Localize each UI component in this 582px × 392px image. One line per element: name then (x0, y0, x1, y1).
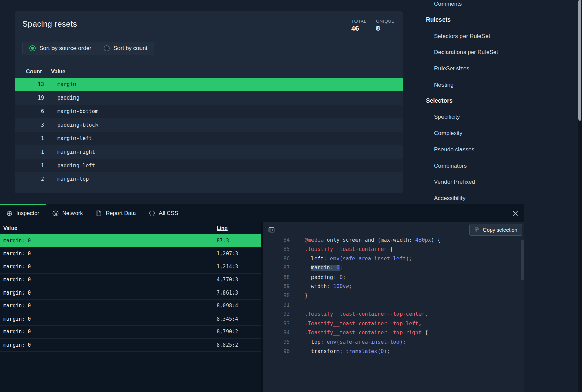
sidebar-entry[interactable]: Complexity (426, 125, 577, 141)
sidebar-entry-label: Comments (434, 1, 462, 7)
sidebar-entry[interactable]: Rulesets (426, 12, 577, 28)
panel-tab[interactable]: Report Data (89, 204, 143, 222)
sidebar-entry[interactable]: Combinators (426, 158, 577, 174)
line-cell: 8,825:2 (217, 342, 261, 348)
line-link[interactable]: 8,790:2 (217, 329, 238, 335)
page-scrollbar[interactable] (578, 0, 582, 392)
table-row[interactable]: 1 margin-right (15, 145, 403, 159)
table-body: 13 margin 19 padding 6 margin-bottom (15, 78, 403, 186)
line-link[interactable]: 1,214:3 (217, 264, 238, 270)
sidebar-entry[interactable]: Nesting (426, 77, 577, 93)
value-row[interactable]: margin: 0 8,825:2 (0, 339, 261, 352)
card-title: Spacing resets (22, 19, 77, 29)
sidebar-entry-label: Selectors per RuleSet (434, 33, 490, 39)
sidebar-entry[interactable]: Vendor Prefixed (426, 174, 577, 190)
code-toolbar: Copy selection (263, 222, 524, 238)
line-number: 92 (263, 310, 290, 319)
line-link[interactable]: 7,861:3 (217, 290, 238, 296)
stat-value: 8 (376, 25, 395, 32)
sort-radio-option[interactable]: Sort by count (104, 45, 147, 52)
value-row[interactable]: margin: 0 4,770:3 (0, 274, 261, 287)
code-text: transform: translatex(0); (305, 347, 390, 356)
code-line: 90} (263, 291, 520, 300)
line-number: 90 (263, 291, 290, 300)
values-body: margin: 0 87:3 margin: 0 1,207:3 margin:… (0, 234, 261, 352)
value-row[interactable]: margin: 0 8,790:2 (0, 326, 261, 339)
count-cell: 1 (26, 149, 44, 155)
count-cell: 2 (26, 176, 44, 182)
code-line: 85.Toastify__toast-container { (263, 245, 520, 254)
table-row[interactable]: 13 margin (15, 78, 403, 91)
line-link[interactable]: 8,345:4 (217, 316, 238, 322)
table-row[interactable]: 6 margin-bottom (15, 105, 403, 118)
value-cell: padding-block (50, 118, 403, 132)
code-text: top: env(safe-area-inset-top); (305, 337, 406, 347)
copy-selection-label: Copy selection (483, 227, 517, 233)
sidebar-entry[interactable]: Pseudo classes (426, 141, 577, 158)
line-link[interactable]: 87:3 (217, 238, 229, 244)
value-row[interactable]: margin: 0 1,207:3 (0, 247, 261, 261)
panel-tab[interactable]: Inspector (0, 204, 46, 222)
sort-radio-option[interactable]: Sort by source order (29, 45, 91, 52)
line-cell: 8,790:2 (217, 329, 261, 335)
code-editor[interactable]: 84@media only screen and (max-width: 480… (263, 238, 520, 392)
table-row[interactable]: 1 margin-left (15, 132, 403, 145)
sidebar-entry-label: Accessibility (434, 195, 466, 201)
table-row[interactable]: 2 margin-top (15, 172, 403, 186)
line-link[interactable]: 4,770:3 (217, 277, 238, 283)
sidebar-entry[interactable]: Specificity (426, 109, 577, 125)
page-scrollbar-thumb[interactable] (578, 0, 581, 121)
code-scrollbar[interactable] (520, 238, 524, 392)
value-row[interactable]: margin: 0 87:3 (0, 234, 261, 247)
value-row[interactable]: margin: 0 8,345:4 (0, 312, 261, 326)
stat: UNIQUE 8 (376, 19, 395, 32)
table-row[interactable]: 19 padding (15, 91, 403, 105)
line-number: 85 (263, 245, 290, 254)
value-row[interactable]: margin: 0 8,098:4 (0, 300, 261, 313)
value-cell: margin (50, 78, 403, 91)
sidebar-entry[interactable]: Accessibility (426, 190, 577, 206)
sidebar-entry[interactable]: Declarations per RuleSet (426, 44, 577, 61)
value-row[interactable]: margin: 0 7,861:3 (0, 286, 261, 300)
panel-tab[interactable]: All CSS (143, 204, 185, 222)
line-link[interactable]: 1,207:3 (217, 251, 238, 257)
panel-body: Value Line margin: 0 87:3 margin: 0 1,20… (0, 222, 524, 392)
sidebar-entry-label: Declarations per RuleSet (434, 49, 498, 56)
code-line: 92.Toastify__toast-container--top-center… (263, 310, 520, 319)
sidebar-entry[interactable]: Selectors per RuleSet (426, 28, 577, 44)
code-lines: 84@media only screen and (max-width: 480… (263, 238, 520, 356)
sidebar-entry-label: Vendor Prefixed (434, 179, 475, 185)
braces-icon (149, 210, 155, 217)
value-cell: margin-bottom (50, 105, 403, 118)
sidebar-entry-label: Combinators (434, 162, 467, 169)
line-number: 93 (263, 319, 290, 328)
code-text: @media only screen and (max-width: 480px… (305, 238, 440, 245)
declaration-text: margin: 0 (0, 277, 31, 283)
line-link[interactable]: 8,825:2 (217, 342, 238, 348)
pane-resize-handle[interactable] (261, 222, 263, 392)
line-number: 84 (263, 238, 290, 245)
sidebar-entry[interactable]: Selectors (426, 93, 577, 109)
code-text: .Toastify__toast-container { (305, 245, 393, 254)
panel-tab[interactable]: Network (46, 204, 90, 222)
code-text: } (305, 291, 308, 300)
copy-selection-button[interactable]: Copy selection (469, 224, 522, 236)
radio-icon (29, 45, 36, 51)
code-line: 94.Toastify__toast-container--top-right … (263, 328, 520, 337)
values-value-header: Value (0, 225, 17, 231)
code-scrollbar-thumb[interactable] (521, 240, 524, 280)
values-line-header[interactable]: Line (217, 225, 261, 231)
code-line: 88 padding: 0; (263, 273, 520, 282)
sidebar-entry[interactable]: RuleSet sizes (426, 61, 577, 77)
close-panel-button[interactable] (510, 208, 520, 218)
count-cell: 1 (26, 162, 44, 169)
code-line: 93.Toastify__toast-container--top-left, (263, 319, 520, 328)
line-link[interactable]: 8,098:4 (217, 303, 238, 309)
table-row[interactable]: 3 padding-block (15, 118, 403, 132)
code-text: left: env(safe-area-inset-left); (305, 254, 412, 263)
value-row[interactable]: margin: 0 1,214:3 (0, 260, 261, 274)
panel-toggle-icon[interactable] (268, 226, 275, 233)
table-row[interactable]: 1 padding-left (15, 159, 403, 172)
sidebar-entry[interactable]: Comments (426, 0, 577, 12)
tab-label: Report Data (106, 210, 136, 216)
